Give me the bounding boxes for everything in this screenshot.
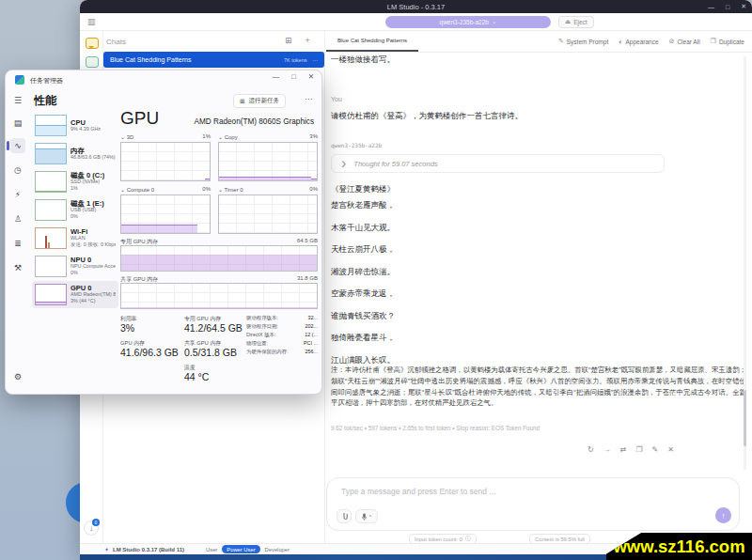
chat-options-icon[interactable]: ⋯ [313,57,319,63]
minimize-icon[interactable]: — [708,4,714,10]
close-icon[interactable]: ✕ [741,3,746,10]
lmstudio-titlebar[interactable]: LM Studio - 0.3.17 — □ ✕ [80,0,752,13]
stat-value: 0.5/31.8 GB [184,347,237,358]
perf-item-disk0[interactable]: 磁盘 0 (C:)SSD (NVMe)1% [32,168,118,195]
chat-list-item-selected[interactable]: Blue Cat Shedding Patterns 7K tokens ⋯ [103,52,324,68]
minimize-icon[interactable]: — [273,72,280,81]
tab-blue-cat-shedding-patterns[interactable]: Blue Cat Shedding Patterns [326,31,418,52]
performance-page-title: 性能 [34,93,56,109]
screen: LM Studio - 0.3.17 — □ ✕ ▥ ⚙ ⚲ qwen3-235… [0,0,752,560]
close-icon[interactable]: ✕ [308,72,314,81]
rail-processes-icon[interactable]: ▤ [10,116,25,131]
perf-item-npu[interactable]: NPU 0NPU Compute Accel...0% [32,253,118,280]
chevron-up-icon: ^ [369,514,371,520]
maximize-icon[interactable]: □ [291,72,296,81]
gpu-copy-chart [218,142,318,181]
regenerate-icon[interactable]: ↻ [588,445,594,454]
new-folder-icon[interactable]: ⊞ [285,36,292,45]
sidebar-toggle-icon[interactable]: ▥ [87,17,96,26]
detail-row: 为硬件保留的内存:256... [246,349,318,355]
perf-item-cpu[interactable]: CPU9% 4.39 GHz [32,112,118,139]
continue-icon[interactable]: → [603,445,611,454]
chart-value: 1% [202,133,211,140]
lmstudio-logo-icon: ✦ [104,546,109,552]
copy-icon[interactable]: ❐ [635,445,642,454]
mode-power-user[interactable]: Power User [222,545,259,553]
stat-value: 44 °C [184,371,209,382]
detail-row: DirectX 版本:12 (... [246,332,318,338]
info-icon[interactable]: ⓘ [465,535,471,543]
rail-users-icon[interactable]: ♙ [10,211,25,226]
detail-row: 驱动程序日期:202... [246,323,318,330]
edit-icon[interactable]: ✎ [652,445,659,454]
message-input[interactable] [339,486,715,497]
poem-line: 谁抛青钱买酒欢？ [331,312,395,320]
clear-all-button[interactable]: ⊘ Clear All [669,38,700,45]
perf-item-disk1[interactable]: 磁盘 1 (E:)USB (USB)0% [32,196,118,224]
new-chat-icon[interactable]: + [306,36,310,45]
chat-token-count: 7K tokens [284,57,306,63]
send-button[interactable]: ↑ [715,507,731,523]
chat-scrollbar[interactable] [744,56,746,470]
chat-bubble-icon[interactable] [86,38,99,49]
rail-startup-apps-icon[interactable]: ⚡ [10,187,25,202]
branch-icon[interactable]: ⇄ [620,445,627,454]
detail-row: 驱动程序版本:32... [246,315,318,321]
duplicate-button[interactable]: ❐ Duplicate [711,38,744,45]
downloads-button[interactable]: ↓ 0 [84,521,99,536]
system-prompt-icon: ✎ [558,38,564,45]
rail-details-icon[interactable]: ≣ [10,236,25,251]
appearance-button[interactable]: ◐ Appearance [619,39,658,45]
rail-services-icon[interactable]: ⚒ [10,260,25,275]
stat-value: 41.2/64.5 GB [184,322,243,334]
scrollbar-thumb[interactable] [744,390,746,446]
more-options-icon[interactable]: ⋯ [305,95,312,103]
user-label: You [331,96,342,102]
eject-button[interactable]: ⏏ Eject [558,16,594,28]
rail-performance-icon[interactable]: ∿ [10,138,25,153]
hamburger-menu-icon[interactable]: ☰ [10,93,25,108]
system-prompt-button[interactable]: ✎ System Prompt [558,38,608,45]
perf-item-wifi[interactable]: Wi-FiWLAN发送: 0 接收: 0 Kbps [32,225,118,252]
task-manager-window: 任务管理器 — □ ✕ 性能 ⊞ 运行新任务 ⋯ ☰ ▤ ∿ ◷ ⚡ ♙ ≣ ⚒… [5,70,322,395]
generation-stats: 9.62 tok/sec • 597 tokens • 2.65s to fir… [331,425,540,431]
files-folder-icon[interactable] [86,56,99,68]
lmstudio-secondary-bar: Chats ⊞ + Blue Cat Shedding Patterns ✎ S… [80,31,752,53]
model-selector[interactable]: qwen3-235b-a22b ⌄ [385,16,551,28]
voice-button[interactable]: ^ [355,509,378,523]
attach-button[interactable] [337,509,352,523]
perf-item-memory[interactable]: 内存46.8/63.6 GB (74%) [32,140,118,167]
task-manager-title: 任务管理器 [30,76,63,86]
mode-user[interactable]: User [201,545,222,553]
delete-icon[interactable]: ✕ [667,445,674,454]
poem-line: 楚宫秋老雁声酸， [331,201,395,210]
clear-all-icon: ⊘ [669,38,675,45]
microphone-icon [362,513,367,521]
poem-line: 木落千山见大观。 [331,224,395,232]
assistant-note: 注：本诗仿杜甫《登高》沉郁顿挫之格调，以黄鹤楼为载体寄托古今兴废之思。首联“楚宫… [331,365,746,409]
poem-line: 湘波月碎击惊湍。 [331,268,395,276]
detail-row: 物理位置:PCI ... [246,340,318,347]
poem-line: 江山满眼入长叹。 [331,356,395,365]
settings-gear-icon[interactable]: ⚙ [10,369,25,384]
mode-developer[interactable]: Developer [260,545,294,553]
eject-icon: ⏏ [565,18,571,25]
chart-header-3d: ⌄ 3D 1% [120,133,211,140]
perf-item-gpu0[interactable]: GPU 0AMD Radeon(TM) 8...3% (44 °C) [32,281,118,308]
disk0-mini-chart [35,171,67,193]
poem-line: 空蒙赤帝乘龙返， [331,289,395,298]
chart-header-timer0: ⌄ Timer 0 0% [218,186,318,193]
disk1-mini-chart [35,199,67,221]
gpu-compute0-chart [120,194,211,234]
stat-value: 3% [120,322,134,334]
message-actions: ↻ → ⇄ ❐ ✎ ✕ [588,445,674,454]
appearance-icon: ◐ [619,39,622,45]
maximize-icon[interactable]: □ [726,4,729,10]
chart-value: 3% [309,133,318,140]
chevron-right-icon: › [341,155,346,172]
rail-app-history-icon[interactable]: ◷ [10,163,25,178]
poem-line: 独倚雕甍看星斗， [331,334,395,342]
run-new-task-button[interactable]: ⊞ 运行新任务 [233,94,286,108]
gpu-mini-chart [35,284,67,305]
thought-collapse[interactable]: › Thought for 59.07 seconds [331,154,665,173]
